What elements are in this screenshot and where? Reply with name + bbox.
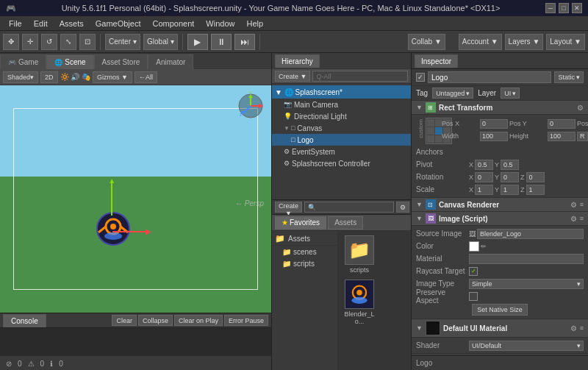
play-button[interactable]: ▶	[187, 34, 208, 50]
obj-active-checkbox[interactable]: ✓	[416, 73, 425, 82]
layout-dropdown[interactable]: Layout ▼	[546, 34, 585, 50]
tool-rect[interactable]: ⊡	[79, 34, 96, 50]
tool-move[interactable]: ✛	[22, 34, 38, 50]
material-gear[interactable]: ⚙	[570, 324, 577, 332]
hier-logo[interactable]: □ Logo	[272, 134, 411, 146]
pause-button[interactable]: ⏸	[211, 34, 232, 50]
hier-main-camera[interactable]: 📷 Main Camera	[272, 99, 411, 110]
title-controls[interactable]: ─ □ ✕	[545, 3, 582, 13]
rot-x-input[interactable]	[475, 172, 493, 182]
tab-assets[interactable]: Assets	[328, 216, 363, 230]
width-input[interactable]	[480, 132, 508, 141]
step-button[interactable]: ⏭	[234, 34, 255, 50]
clear-on-play-btn[interactable]: Clear on Play	[174, 315, 223, 326]
tab-animator[interactable]: Animator	[148, 54, 193, 69]
anchor-bl[interactable]	[427, 135, 434, 143]
color-swatch[interactable]	[469, 241, 479, 252]
tag-dropdown[interactable]: Untagged ▾	[432, 88, 473, 99]
color-pick-icon[interactable]: ✏	[481, 243, 487, 250]
menu-file[interactable]: File	[3, 16, 28, 31]
anchor-ml[interactable]	[427, 127, 434, 135]
pivot-y-input[interactable]	[501, 160, 519, 170]
material-component-header[interactable]: ▼ Default UI Material ⚙ ≡	[412, 319, 588, 338]
material-options[interactable]: ≡	[580, 324, 584, 332]
scale-y-input[interactable]	[501, 185, 519, 195]
canvas-renderer-options[interactable]: ≡	[580, 201, 584, 208]
raycast-checkbox[interactable]: ✓	[469, 267, 478, 276]
menu-assets[interactable]: Assets	[54, 16, 90, 31]
tab-console[interactable]: Console	[3, 314, 46, 327]
menu-gameobject[interactable]: GameObject	[90, 16, 147, 31]
obj-name-input[interactable]	[428, 71, 551, 83]
gizmos-btn[interactable]: Gizmos ▼	[93, 71, 132, 83]
project-options-btn[interactable]: ⚙	[396, 202, 409, 213]
proj-scenes-item[interactable]: 📁 scenes	[272, 246, 337, 257]
asset-blender-logo[interactable]: Blender_Lo...	[341, 278, 378, 327]
scale-x-input[interactable]	[475, 185, 493, 195]
proj-scripts-item[interactable]: 📁 scripts	[272, 257, 337, 269]
anchor-tl[interactable]	[427, 119, 434, 127]
tool-rotate[interactable]: ↺	[41, 34, 57, 50]
menu-window[interactable]: Window	[200, 16, 240, 31]
image-options[interactable]: ≡	[580, 215, 584, 222]
canvas-renderer-gear[interactable]: ⚙	[570, 201, 577, 209]
hier-eventsystem[interactable]: ⚙ EventSystem	[272, 146, 411, 157]
scale-z-input[interactable]	[526, 185, 545, 195]
image-type-dropdown[interactable]: Simple ▾	[469, 279, 584, 289]
hier-splashscreen-controller[interactable]: ⚙ Splashscreen Controller	[272, 157, 411, 169]
preserve-aspect-checkbox[interactable]	[469, 292, 478, 301]
pivot-x-input[interactable]	[475, 160, 493, 170]
hier-directional-light[interactable]: 💡 Directional Light	[272, 110, 411, 122]
height-input[interactable]	[548, 132, 576, 141]
pos-x-input[interactable]	[480, 119, 508, 129]
hier-canvas[interactable]: ▼ □ Canvas	[272, 122, 411, 134]
source-image-input[interactable]	[477, 229, 584, 239]
image-script-header[interactable]: ▼ 🖼 Image (Script) ⚙ ≡	[412, 212, 588, 226]
clear-btn[interactable]: Clear	[112, 315, 137, 326]
global-dropdown[interactable]: Global ▾	[143, 34, 178, 50]
set-native-size-btn[interactable]: Set Native Size	[472, 304, 528, 316]
scene-view[interactable]: ← Persp ▲ ▶	[0, 85, 271, 313]
tab-inspector[interactable]: Inspector	[415, 54, 458, 68]
image-gear[interactable]: ⚙	[570, 215, 577, 223]
tab-favorites[interactable]: ★ Favorites	[275, 216, 326, 230]
layers-dropdown[interactable]: Layers ▼	[505, 34, 544, 50]
tab-hierarchy[interactable]: Hierarchy	[275, 54, 320, 68]
shader-dropdown[interactable]: UI/Default ▾	[469, 341, 584, 351]
material-input[interactable]: None (Material)	[469, 254, 584, 264]
layer-dropdown[interactable]: UI ▾	[501, 88, 520, 99]
r-button[interactable]: R	[577, 132, 588, 141]
pos-y-input[interactable]	[548, 119, 576, 129]
all-btn[interactable]: ←All	[135, 71, 157, 83]
shaded-btn[interactable]: Shaded ▾	[3, 71, 38, 83]
close-btn[interactable]: ✕	[572, 3, 582, 13]
tool-scale[interactable]: ⤡	[60, 34, 76, 50]
center-dropdown[interactable]: Center ▾	[105, 34, 140, 50]
menu-component[interactable]: Component	[146, 16, 200, 31]
menu-edit[interactable]: Edit	[28, 16, 54, 31]
asset-scripts-folder[interactable]: 📁 scripts	[341, 234, 378, 275]
hierarchy-create-btn[interactable]: Create ▼	[275, 71, 310, 82]
canvas-renderer-header[interactable]: ▼ ⊡ Canvas Renderer ⚙ ≡	[412, 198, 588, 212]
collab-dropdown[interactable]: Collab ▼	[408, 34, 445, 50]
minimize-btn[interactable]: ─	[545, 3, 556, 13]
error-pause-btn[interactable]: Error Pause	[224, 315, 268, 326]
scene-root[interactable]: ▼ 🌐 Splashscreen*	[272, 85, 411, 99]
menu-help[interactable]: Help	[240, 16, 269, 31]
maximize-btn[interactable]: □	[559, 3, 569, 13]
rot-z-input[interactable]	[526, 172, 545, 182]
project-create-btn[interactable]: Create ▼	[275, 202, 302, 213]
collapse-btn[interactable]: Collapse	[138, 315, 173, 326]
static-btn[interactable]: Static ▾	[554, 71, 584, 83]
tab-game[interactable]: 🎮 Game	[0, 54, 46, 69]
rect-transform-gear[interactable]: ⚙	[577, 104, 584, 112]
account-dropdown[interactable]: Account ▼	[459, 34, 502, 50]
project-search[interactable]	[304, 202, 394, 213]
rect-transform-header[interactable]: ▼ ⊞ Rect Transform ⚙	[412, 101, 588, 115]
twod-btn[interactable]: 2D	[40, 71, 58, 83]
hierarchy-search[interactable]	[312, 71, 408, 82]
tool-hand[interactable]: ✥	[3, 34, 19, 50]
rot-y-input[interactable]	[501, 172, 519, 182]
tab-scene[interactable]: 🌐 Scene	[46, 54, 93, 69]
tab-asset-store[interactable]: Asset Store	[94, 54, 148, 69]
